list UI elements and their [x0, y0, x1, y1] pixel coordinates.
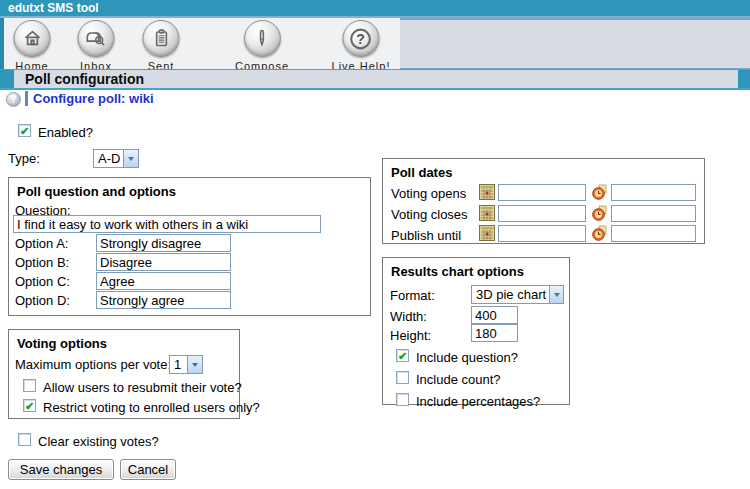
voting-opens-date-input[interactable] — [498, 184, 586, 201]
toolbar-home-button[interactable]: Home — [14, 20, 51, 72]
toolbar-livehelp-button[interactable]: ? Live Help! — [332, 20, 391, 72]
max-options-select[interactable]: 1 — [169, 355, 203, 374]
option-d-label: Option D: — [15, 293, 70, 308]
clock-icon[interactable] — [592, 205, 608, 221]
publish-until-time-input[interactable] — [611, 225, 696, 242]
max-options-select-value: 1 — [170, 357, 187, 372]
voting-panel-title: Voting options — [17, 336, 107, 351]
option-b-input[interactable] — [96, 253, 231, 271]
publish-until-label: Publish until — [391, 228, 461, 243]
chevron-down-icon — [123, 150, 138, 167]
enabled-checkbox[interactable]: ✔ — [18, 124, 31, 137]
save-button[interactable]: Save changes — [8, 459, 114, 480]
question-icon: ? — [342, 20, 379, 57]
voting-closes-label: Voting closes — [391, 207, 468, 222]
mailbox-icon — [78, 20, 115, 57]
restrict-label: Restrict voting to enrolled users only? — [43, 400, 260, 415]
voting-opens-label: Voting opens — [391, 186, 466, 201]
header-right-panel — [400, 18, 750, 70]
include-percentages-checkbox[interactable] — [396, 393, 409, 406]
format-label: Format: — [390, 288, 435, 303]
home-icon — [14, 20, 51, 57]
pen-icon — [243, 20, 280, 57]
option-c-label: Option C: — [15, 274, 70, 289]
clock-icon[interactable] — [592, 184, 608, 200]
restrict-checkbox[interactable]: ✔ — [23, 399, 36, 412]
cancel-button[interactable]: Cancel — [120, 459, 176, 480]
clipboard-icon — [143, 20, 180, 57]
height-label: Height: — [390, 328, 431, 343]
chevron-down-icon — [187, 356, 202, 373]
width-input[interactable] — [471, 306, 518, 324]
resubmit-checkbox[interactable] — [23, 379, 36, 392]
app-titlebar: edutxt SMS tool — [0, 0, 750, 16]
type-select[interactable]: A-D — [93, 149, 139, 168]
voting-closes-time-input[interactable] — [611, 205, 696, 222]
include-question-checkbox[interactable]: ✔ — [396, 349, 409, 362]
voting-closes-date-input[interactable] — [498, 205, 586, 222]
edutxt-app-window: edutxt SMS tool Home Inbox — [0, 0, 750, 489]
page-title: Poll configuration — [25, 71, 144, 87]
include-count-checkbox[interactable] — [396, 371, 409, 384]
voting-opens-time-input[interactable] — [611, 184, 696, 201]
help-icon[interactable]: ? — [6, 92, 21, 107]
option-a-input[interactable] — [96, 234, 231, 252]
chevron-down-icon — [549, 286, 563, 303]
include-question-label: Include question? — [416, 350, 518, 365]
voting-panel: Voting options Maximum options per vote:… — [8, 329, 240, 419]
toolbar-compose-button[interactable]: Compose — [235, 20, 289, 72]
toolbar-accent-strip — [0, 18, 4, 70]
type-select-value: A-D — [94, 151, 123, 166]
format-select-value: 3D pie chart — [472, 287, 549, 302]
calendar-icon[interactable] — [479, 205, 495, 221]
include-count-label: Include count? — [416, 372, 501, 387]
poll-dates-title: Poll dates — [391, 165, 452, 180]
include-percentages-label: Include percentages? — [416, 394, 540, 409]
type-label: Type: — [8, 151, 40, 166]
poll-dates-panel: Poll dates Voting opens Voting closes — [382, 158, 705, 244]
enabled-label: Enabled? — [38, 125, 93, 140]
toolbar-sent-button[interactable]: Sent — [143, 20, 180, 72]
breadcrumb-accent-bar — [25, 91, 28, 106]
publish-until-date-input[interactable] — [498, 225, 586, 242]
height-input[interactable] — [471, 324, 518, 342]
resubmit-label: Allow users to resubmit their vote? — [43, 380, 242, 395]
format-select[interactable]: 3D pie chart — [471, 285, 564, 304]
question-panel-title: Poll question and options — [17, 184, 176, 199]
option-a-label: Option A: — [15, 236, 68, 251]
option-d-input[interactable] — [96, 291, 231, 309]
breadcrumb: Configure poll: wiki — [33, 91, 154, 106]
clock-icon[interactable] — [592, 225, 608, 241]
page-header-bar: Poll configuration — [0, 69, 750, 90]
chart-options-title: Results chart options — [391, 264, 524, 279]
clear-votes-label: Clear existing votes? — [38, 434, 159, 449]
chart-options-panel: Results chart options Format: 3D pie cha… — [382, 257, 570, 405]
question-input[interactable] — [13, 215, 321, 233]
option-b-label: Option B: — [15, 255, 69, 270]
clear-votes-checkbox[interactable] — [18, 433, 31, 446]
calendar-icon[interactable] — [479, 225, 495, 241]
header-accent-block-left — [0, 70, 14, 88]
toolbar-inbox-button[interactable]: Inbox — [78, 20, 115, 72]
svg-text:?: ? — [357, 30, 366, 46]
option-c-input[interactable] — [96, 272, 231, 290]
max-options-label: Maximum options per vote: — [15, 357, 171, 372]
calendar-icon[interactable] — [479, 184, 495, 200]
header-accent-block-right — [738, 70, 750, 88]
question-panel: Poll question and options Question: Opti… — [8, 177, 371, 316]
width-label: Width: — [390, 309, 427, 324]
app-title: edutxt SMS tool — [8, 1, 99, 15]
